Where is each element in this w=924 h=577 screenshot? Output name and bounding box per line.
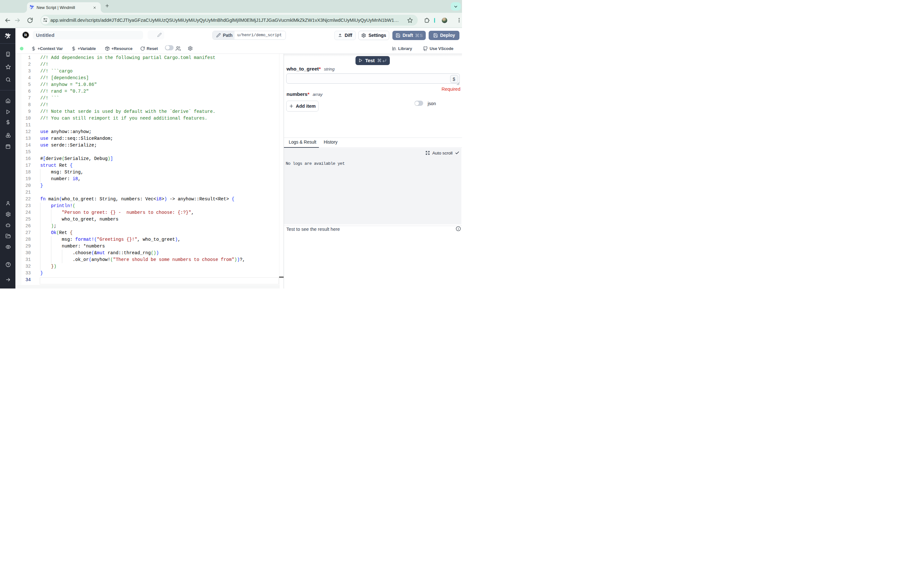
svg-text:R: R xyxy=(24,32,27,37)
